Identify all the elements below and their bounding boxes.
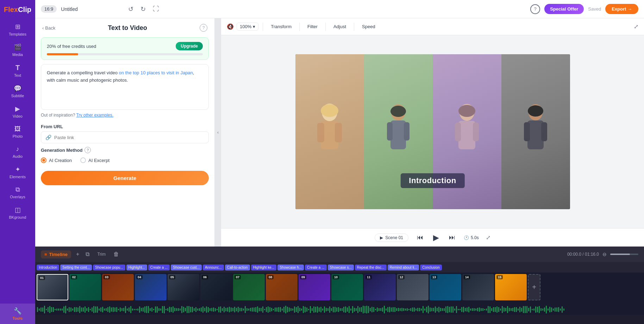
gen-method-options: AI Creation AI Excerpt xyxy=(35,155,214,165)
fullscreen-button[interactable]: ⛶ xyxy=(151,4,161,14)
help-button[interactable]: ? xyxy=(530,4,540,14)
waveform-bar xyxy=(456,306,457,313)
speed-button[interactable]: Speed xyxy=(358,23,379,31)
title-input[interactable] xyxy=(61,6,123,12)
sidebar-item-elements[interactable]: ✦ Elements xyxy=(0,162,35,182)
filter-button[interactable]: Filter xyxy=(304,23,321,31)
scene-label-item[interactable]: Showcase h... xyxy=(277,264,304,270)
waveform-bar xyxy=(398,308,399,311)
sidebar-item-media[interactable]: 🎬 Media xyxy=(0,40,35,60)
sidebar-item-photo[interactable]: 🖼 Photo xyxy=(0,122,35,142)
timeline-delete-button[interactable]: 🗑 xyxy=(112,250,120,259)
special-offer-button[interactable]: Special Offer xyxy=(544,4,584,14)
thumbnail-item[interactable]: 06 xyxy=(200,274,232,300)
waveform-bar xyxy=(278,307,279,312)
thumbnail-item[interactable]: 14 xyxy=(462,274,494,300)
zoom-out-button[interactable]: ⊖ xyxy=(602,251,607,257)
thumbnail-item[interactable]: 08 xyxy=(266,274,298,300)
aspect-ratio-badge[interactable]: 16:9 xyxy=(41,5,57,13)
thumbnail-item[interactable]: 01 xyxy=(37,274,68,300)
waveform-bar xyxy=(452,306,454,312)
from-url-label: From URL xyxy=(35,120,214,131)
scene-label-item[interactable]: Showcase popu... xyxy=(93,264,125,270)
svg-rect-8 xyxy=(404,122,409,141)
waveform-bar xyxy=(540,308,542,311)
timeline-add-button[interactable]: + xyxy=(75,250,81,259)
scene-label-item[interactable]: Call-to-action xyxy=(225,264,250,270)
next-scene-button[interactable]: ⏭ xyxy=(448,232,457,243)
expand-icon[interactable]: ⤢ xyxy=(634,23,638,30)
sidebar-item-subtitle[interactable]: 💬 Subtitle xyxy=(0,81,35,101)
ai-excerpt-radio[interactable] xyxy=(80,157,86,163)
thumbnail-item[interactable]: 05 xyxy=(168,274,199,300)
divider-4 xyxy=(354,23,354,31)
play-pause-button[interactable]: ▶ xyxy=(432,232,440,244)
scene-label-item[interactable]: Highlight ke... xyxy=(251,264,277,270)
prev-scene-button[interactable]: ⏮ xyxy=(415,232,425,243)
zoom-slider[interactable] xyxy=(610,254,638,255)
waveform-bar xyxy=(97,306,98,313)
waveform-bar xyxy=(326,308,327,311)
scene-label-item[interactable]: Showcase cust... xyxy=(171,264,202,270)
sidebar-item-templates[interactable]: ⊞ Templates xyxy=(0,19,35,40)
volume-icon[interactable]: 🔇 xyxy=(227,23,234,30)
timeline-copy-button[interactable]: ⧉ xyxy=(84,250,91,259)
scene-label-item[interactable]: Announc... xyxy=(203,264,224,270)
thumbnail-item[interactable]: 11 xyxy=(364,274,396,300)
thumbnail-item[interactable]: 10 xyxy=(331,274,363,300)
panel-help-button[interactable]: ? xyxy=(200,24,207,32)
thumbnail-item[interactable]: 13 xyxy=(430,274,461,300)
scene-label-item[interactable]: Highlight... xyxy=(126,264,147,270)
try-examples-link[interactable]: Try other examples. xyxy=(76,113,114,118)
thumbnail-item[interactable]: 15 xyxy=(495,274,527,300)
scene-label-item[interactable]: Conclusion xyxy=(420,264,442,270)
thumb-num: 13 xyxy=(431,275,437,279)
waveform-bar xyxy=(107,307,108,312)
timeline-tab[interactable]: ≡ Timeline xyxy=(41,250,71,258)
transform-button[interactable]: Transform xyxy=(267,23,295,31)
thumbnail-item[interactable]: 09 xyxy=(299,274,330,300)
scene-label-item[interactable]: Repeat the disc... xyxy=(355,264,387,270)
add-scene-button[interactable]: + xyxy=(528,274,540,300)
sidebar-item-text[interactable]: T Text xyxy=(0,60,35,81)
ai-creation-radio[interactable] xyxy=(41,157,46,163)
adjust-button[interactable]: Adjust xyxy=(330,23,350,31)
generate-button[interactable]: Generate xyxy=(41,171,209,185)
scene-label-item[interactable]: Create a ... xyxy=(148,264,170,270)
collapse-handle[interactable]: ‹ xyxy=(215,18,221,247)
scene-label-item[interactable]: Create a ... xyxy=(305,264,326,270)
thumbnail-item[interactable]: 03 xyxy=(102,274,134,300)
zoom-control[interactable]: 100% ▾ xyxy=(237,23,258,31)
url-input[interactable] xyxy=(54,135,204,140)
scene-label-item[interactable]: Showcase s... xyxy=(328,264,354,270)
fullscreen-icon[interactable]: ⤢ xyxy=(486,234,490,241)
sidebar-item-bkground[interactable]: ◫ BKground xyxy=(0,202,35,223)
thumbnail-item[interactable]: 07 xyxy=(233,274,265,300)
thumbnail-item[interactable]: 12 xyxy=(397,274,429,300)
thumbnail-item[interactable]: 02 xyxy=(69,274,101,300)
back-button[interactable]: ‹ Back xyxy=(42,25,55,31)
scene-badge[interactable]: ▶ Scene 01 xyxy=(375,233,408,242)
waveform-bar xyxy=(549,307,550,312)
gen-method-help[interactable]: ? xyxy=(85,147,91,153)
scene-label-item[interactable]: Setting the cont... xyxy=(60,264,92,270)
logo[interactable]: FlexClip xyxy=(0,0,35,19)
sidebar-item-video[interactable]: ▶ Video xyxy=(0,101,35,122)
scene-label-item[interactable]: Introduction xyxy=(37,264,59,270)
redo-button[interactable]: ↻ xyxy=(139,4,147,14)
thumbnail-item[interactable]: 04 xyxy=(135,274,167,300)
scene-label-item[interactable]: Remind about li... xyxy=(388,264,419,270)
undo-button[interactable]: ↺ xyxy=(127,4,135,14)
waveform-bar xyxy=(525,306,526,313)
sidebar-item-audio[interactable]: ♪ Audio xyxy=(0,142,35,162)
sidebar-item-tools[interactable]: 🔧 Tools xyxy=(0,304,35,324)
prompt-box[interactable]: Generate a compelling travel video on th… xyxy=(41,64,209,110)
timeline-trim-button[interactable]: Trim xyxy=(94,250,108,258)
ai-creation-option[interactable]: AI Creation xyxy=(41,157,72,163)
waveform-bar xyxy=(468,307,469,312)
ai-excerpt-option[interactable]: AI Excerpt xyxy=(80,157,110,163)
upgrade-button[interactable]: Upgrade xyxy=(176,42,203,50)
export-button[interactable]: Export → xyxy=(605,4,638,14)
sidebar-item-overlays[interactable]: ⧉ Overlays xyxy=(0,182,35,202)
waveform-bar xyxy=(352,306,353,313)
